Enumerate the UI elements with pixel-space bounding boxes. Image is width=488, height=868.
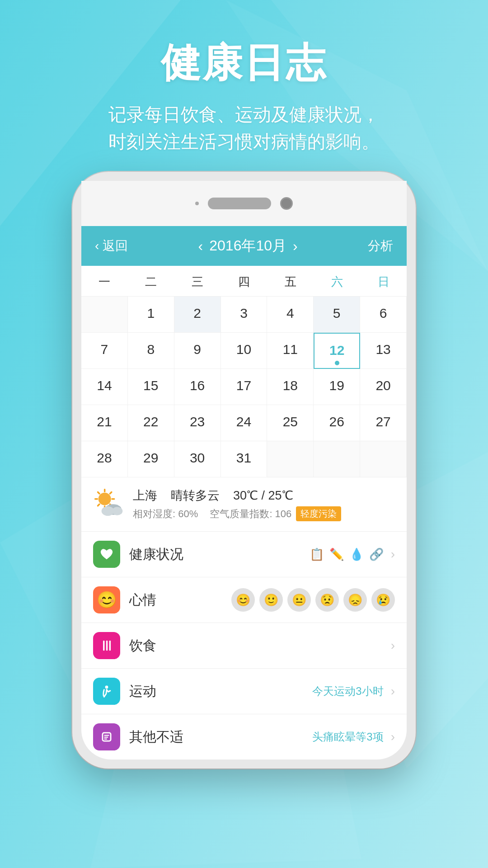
health-status-row[interactable]: 健康状况 📋 ✏️ 💧 🔗 › — [81, 532, 407, 577]
exercise-label: 运动 — [129, 682, 303, 701]
svg-point-19 — [112, 507, 122, 515]
weather-info: 上海 晴转多云 30℃ / 25℃ 相对湿度: 60% 空气质量指数: 106 … — [133, 487, 395, 521]
cal-cell-empty — [81, 297, 128, 333]
weekday-sat: 六 — [314, 266, 360, 296]
cal-cell-10[interactable]: 10 — [221, 333, 267, 369]
cal-cell-22[interactable]: 22 — [128, 405, 174, 441]
link-icon[interactable]: 🔗 — [369, 547, 384, 561]
cal-cell-9[interactable]: 9 — [174, 333, 221, 369]
health-label: 健康状况 — [129, 545, 300, 564]
cal-cell-empty-3 — [314, 441, 360, 477]
cal-cell-6[interactable]: 6 — [360, 297, 407, 333]
cal-cell-30[interactable]: 30 — [174, 441, 221, 477]
weekday-mon: 一 — [81, 266, 128, 296]
cal-cell-18[interactable]: 18 — [267, 369, 314, 405]
cal-cell-14[interactable]: 14 — [81, 369, 128, 405]
discomfort-sub-text: 头痛眩晕等3项 — [312, 730, 383, 744]
cal-cell-1[interactable]: 1 — [128, 297, 174, 333]
cal-cell-7[interactable]: 7 — [81, 333, 128, 369]
cal-cell-13[interactable]: 13 — [360, 333, 407, 369]
edit-icon[interactable]: ✏️ — [329, 547, 344, 561]
weather-detail-text: 相对湿度: 60% 空气质量指数: 106 轻度污染 — [133, 506, 395, 521]
chevron-right-icon: › — [391, 547, 395, 561]
cal-cell-25[interactable]: 25 — [267, 405, 314, 441]
phone-outer-shell: ‹ 返回 ‹ 2016年10月 › 分析 一 二 三 四 五 六 日 — [72, 172, 416, 769]
cal-cell-12[interactable]: 12 — [314, 333, 360, 369]
cal-cell-8[interactable]: 8 — [128, 333, 174, 369]
cal-cell-11[interactable]: 11 — [267, 333, 314, 369]
back-button[interactable]: ‹ 返回 — [95, 237, 128, 255]
weekday-headers: 一 二 三 四 五 六 日 — [81, 266, 407, 297]
cal-cell-16[interactable]: 16 — [174, 369, 221, 405]
health-action-icons: 📋 ✏️ 💧 🔗 — [310, 547, 384, 561]
app-title: 健康日志 — [27, 36, 461, 90]
cal-cell-20[interactable]: 20 — [360, 369, 407, 405]
exercise-icon — [93, 678, 120, 705]
mood-sad[interactable]: 😟 — [315, 588, 339, 612]
calendar-grid: 1 2 3 4 5 6 7 8 9 10 11 12 13 14 15 16 1… — [81, 297, 407, 477]
prev-month-icon[interactable]: ‹ — [198, 238, 203, 255]
cal-cell-19[interactable]: 19 — [314, 369, 360, 405]
svg-rect-20 — [103, 641, 104, 651]
mood-icon: 😊 — [93, 586, 120, 613]
svg-line-13 — [98, 492, 100, 494]
health-action-area: 📋 ✏️ 💧 🔗 › — [310, 547, 395, 561]
cal-cell-17[interactable]: 17 — [221, 369, 267, 405]
calendar-header: ‹ 返回 ‹ 2016年10月 › 分析 — [81, 226, 407, 266]
weekday-thu: 四 — [221, 266, 267, 296]
discomfort-label: 其他不适 — [129, 728, 303, 746]
weekday-sun: 日 — [360, 266, 407, 296]
cal-cell-5[interactable]: 5 — [314, 297, 360, 333]
weather-section: 上海 晴转多云 30℃ / 25℃ 相对湿度: 60% 空气质量指数: 106 … — [81, 477, 407, 532]
drop-icon[interactable]: 💧 — [349, 547, 364, 561]
svg-rect-22 — [109, 641, 111, 651]
pollution-badge: 轻度污染 — [296, 506, 341, 521]
cal-cell-29[interactable]: 29 — [128, 441, 174, 477]
svg-point-8 — [99, 493, 111, 505]
clipboard-icon[interactable]: 📋 — [310, 547, 324, 561]
weekday-wed: 三 — [174, 266, 221, 296]
cal-cell-empty-2 — [267, 441, 314, 477]
cal-cell-26[interactable]: 26 — [314, 405, 360, 441]
cal-cell-2[interactable]: 2 — [174, 297, 221, 333]
diet-chevron-icon: › — [391, 638, 395, 653]
analyze-button[interactable]: 分析 — [368, 237, 393, 255]
cal-cell-4[interactable]: 4 — [267, 297, 314, 333]
cal-cell-27[interactable]: 27 — [360, 405, 407, 441]
svg-point-23 — [105, 686, 108, 689]
chevron-left-icon: ‹ — [95, 239, 99, 253]
discomfort-chevron-icon: › — [391, 730, 395, 744]
weather-icon — [93, 487, 125, 519]
weather-main-text: 上海 晴转多云 30℃ / 25℃ — [133, 487, 395, 504]
cal-cell-empty-4 — [360, 441, 407, 477]
app-content: ‹ 返回 ‹ 2016年10月 › 分析 一 二 三 四 五 六 日 — [81, 226, 407, 760]
mood-row[interactable]: 😊 心情 😊 🙂 😐 😟 😞 😢 — [81, 577, 407, 623]
month-label: 2016年10月 — [209, 236, 286, 256]
cal-cell-28[interactable]: 28 — [81, 441, 128, 477]
discomfort-row[interactable]: 其他不适 头痛眩晕等3项 › — [81, 714, 407, 760]
month-navigator[interactable]: ‹ 2016年10月 › — [198, 236, 298, 256]
cal-cell-21[interactable]: 21 — [81, 405, 128, 441]
next-month-icon[interactable]: › — [293, 238, 298, 255]
cal-cell-31[interactable]: 31 — [221, 441, 267, 477]
cal-cell-3[interactable]: 3 — [221, 297, 267, 333]
discomfort-right: 头痛眩晕等3项 › — [312, 730, 395, 744]
mood-smile[interactable]: 🙂 — [259, 588, 283, 612]
svg-line-16 — [98, 504, 100, 506]
svg-rect-21 — [106, 641, 108, 651]
mood-unhappy[interactable]: 😞 — [343, 588, 367, 612]
exercise-sub-text: 今天运动3小时 — [312, 684, 383, 698]
cal-cell-24[interactable]: 24 — [221, 405, 267, 441]
phone-mockup: ‹ 返回 ‹ 2016年10月 › 分析 一 二 三 四 五 六 日 — [72, 172, 416, 769]
app-subtitle: 记录每日饮食、运动及健康状况， 时刻关注生活习惯对病情的影响。 — [27, 101, 461, 155]
diet-label: 饮食 — [129, 637, 382, 655]
cal-cell-15[interactable]: 15 — [128, 369, 174, 405]
diet-row[interactable]: 饮食 › — [81, 623, 407, 669]
mood-neutral[interactable]: 😐 — [287, 588, 311, 612]
cal-cell-23[interactable]: 23 — [174, 405, 221, 441]
exercise-row[interactable]: 运动 今天运动3小时 › — [81, 669, 407, 714]
mood-very-sad[interactable]: 😢 — [371, 588, 395, 612]
phone-top-bar — [81, 181, 407, 226]
svg-line-15 — [110, 492, 112, 494]
mood-happy[interactable]: 😊 — [231, 588, 255, 612]
